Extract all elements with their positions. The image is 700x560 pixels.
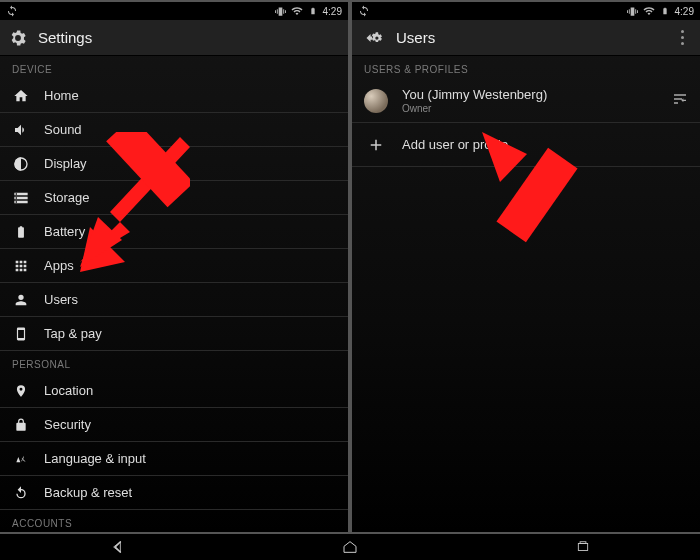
svg-rect-7: [579, 544, 588, 551]
item-label: Display: [44, 156, 87, 171]
add-label: Add user or profile: [402, 137, 508, 152]
item-label: Sound: [44, 122, 82, 137]
section-accounts-label: ACCOUNTS: [0, 510, 348, 532]
section-device-label: DEVICE: [0, 56, 348, 79]
settings-item-security[interactable]: Security: [0, 408, 348, 442]
battery-icon: [307, 5, 319, 17]
item-label: Location: [44, 383, 93, 398]
item-label: Apps: [44, 258, 74, 273]
add-user-row[interactable]: Add user or profile: [352, 123, 700, 167]
nav-back-button[interactable]: [97, 539, 137, 555]
settings-header: Settings: [0, 20, 348, 56]
settings-screen: 4:29 Settings DEVICE Home Sound Display: [0, 2, 348, 532]
item-label: Storage: [44, 190, 90, 205]
users-list: USERS & PROFILES You (Jimmy Westenberg) …: [352, 56, 700, 532]
status-time: 4:29: [323, 6, 342, 17]
home-icon: [12, 88, 30, 104]
backup-icon: [12, 485, 30, 501]
battery-icon: [659, 5, 671, 17]
settings-item-location[interactable]: Location: [0, 374, 348, 408]
users-header: Users: [352, 20, 700, 56]
settings-item-battery[interactable]: Battery: [0, 215, 348, 249]
display-icon: [12, 156, 30, 172]
svg-rect-8: [580, 542, 586, 544]
owner-role: Owner: [402, 103, 547, 114]
user-owner-row[interactable]: You (Jimmy Westenberg) Owner: [352, 79, 700, 123]
item-label: Language & input: [44, 451, 146, 466]
settings-item-users[interactable]: Users: [0, 283, 348, 317]
sync-icon: [6, 5, 18, 17]
overflow-menu-icon[interactable]: [672, 30, 692, 45]
apps-icon: [12, 258, 30, 274]
nav-home-button[interactable]: [330, 539, 370, 555]
sound-icon: [12, 122, 30, 138]
settings-item-sound[interactable]: Sound: [0, 113, 348, 147]
plus-icon: [364, 136, 388, 154]
sync-icon: [358, 5, 370, 17]
item-label: Backup & reset: [44, 485, 132, 500]
vibrate-icon: [275, 5, 287, 17]
nav-recent-button[interactable]: [563, 540, 603, 554]
item-label: Battery: [44, 224, 85, 239]
storage-icon: [12, 190, 30, 206]
tap-pay-icon: [12, 326, 30, 342]
gear-icon: [8, 28, 28, 48]
avatar: [364, 89, 388, 113]
item-label: Tap & pay: [44, 326, 102, 341]
lock-icon: [12, 417, 30, 433]
status-bar: 4:29: [352, 2, 700, 20]
language-icon: [12, 451, 30, 467]
users-screen: 4:29 Users USERS & PROFILES You (Jimmy W…: [352, 2, 700, 532]
location-icon: [12, 383, 30, 399]
wifi-icon: [643, 5, 655, 17]
header-title: Settings: [38, 29, 92, 46]
vibrate-icon: [627, 5, 639, 17]
users-icon: [12, 292, 30, 308]
settings-item-tap-pay[interactable]: Tap & pay: [0, 317, 348, 351]
settings-sliders-icon[interactable]: [672, 91, 688, 111]
section-personal-label: PERSONAL: [0, 351, 348, 374]
section-users-profiles-label: USERS & PROFILES: [352, 56, 700, 79]
status-bar: 4:29: [0, 2, 348, 20]
settings-list: DEVICE Home Sound Display Storage Batter…: [0, 56, 348, 532]
item-label: Security: [44, 417, 91, 432]
settings-item-language[interactable]: Language & input: [0, 442, 348, 476]
navigation-bar: [0, 534, 700, 560]
wifi-icon: [291, 5, 303, 17]
settings-item-home[interactable]: Home: [0, 79, 348, 113]
settings-item-apps[interactable]: Apps: [0, 249, 348, 283]
settings-item-storage[interactable]: Storage: [0, 181, 348, 215]
header-title: Users: [396, 29, 435, 46]
settings-item-backup[interactable]: Backup & reset: [0, 476, 348, 510]
owner-name: You (Jimmy Westenberg): [402, 87, 547, 102]
item-label: Home: [44, 88, 79, 103]
settings-item-display[interactable]: Display: [0, 147, 348, 181]
battery-icon: [12, 224, 30, 240]
status-time: 4:29: [675, 6, 694, 17]
back-gear-icon[interactable]: [360, 28, 386, 48]
item-label: Users: [44, 292, 78, 307]
